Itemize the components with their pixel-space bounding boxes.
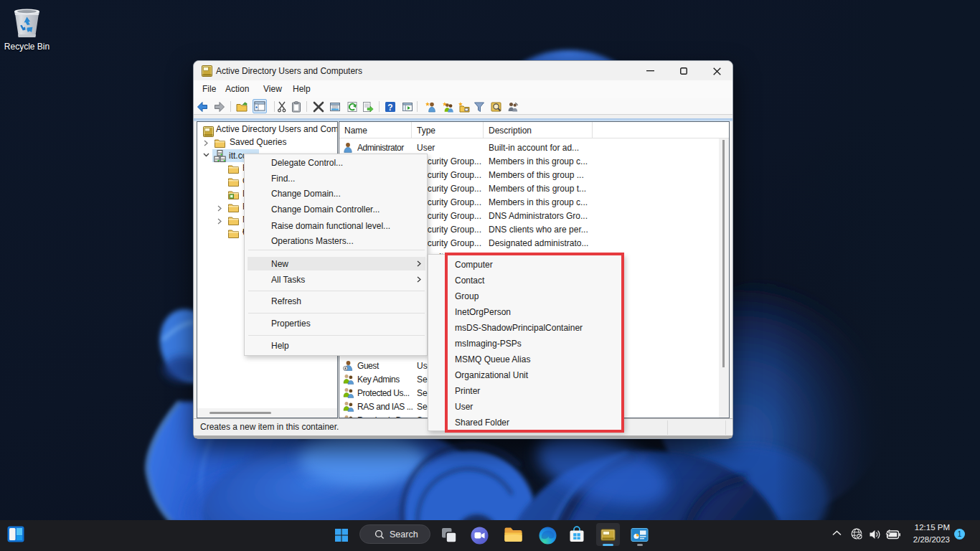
- svg-text:?: ?: [387, 103, 392, 113]
